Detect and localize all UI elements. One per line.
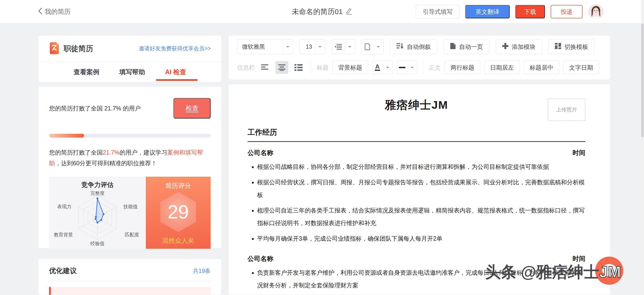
title-center-button[interactable]: 标题居中	[524, 61, 560, 74]
score-caption: 混然众人矣	[146, 236, 210, 245]
radar-axis-experience: 经验值	[49, 240, 146, 247]
score-hexagon: 29	[160, 192, 196, 232]
edit-pencil-icon[interactable]	[346, 8, 352, 16]
chevron-down-icon	[410, 67, 414, 70]
add-module-button[interactable]: 添加模块	[496, 39, 542, 54]
radar-axis-skill: 技能值	[124, 203, 138, 210]
body-style-label: 正文	[429, 64, 441, 72]
bullet-item[interactable]: 平均每月确保开3单，完成公司业绩指标，确保团队下属每人每月开2单	[257, 232, 586, 245]
scrollbar-thumb[interactable]	[641, 23, 644, 137]
line-spacing-icon	[332, 44, 344, 50]
bullet-item[interactable]: 根据公司战略目标，协同各分部，制定分部经营目标，并对目标进行测算和拆解，为公司目…	[257, 160, 586, 173]
back-chevron-icon	[38, 8, 42, 16]
invite-friends-link[interactable]: 邀请好友免费获得优享会员>>	[139, 45, 211, 52]
avatar[interactable]	[588, 4, 604, 19]
watermark-text: 头条 @雅痞绅士JM	[485, 261, 621, 283]
two-line-title-button[interactable]: 两行标题	[444, 61, 480, 74]
check-button[interactable]: 检查	[174, 98, 210, 119]
svg-text:A: A	[375, 64, 380, 70]
sidebar-brand-card: 职徒简历 邀请好友免费获得优享会员>> 查看案例 填写帮助 AI 检查	[38, 35, 222, 82]
align-left-icon[interactable]	[259, 61, 272, 74]
active-tab-underline	[156, 79, 198, 81]
switch-template-button[interactable]: 切换模板	[548, 39, 595, 54]
font-color-button[interactable]: A	[372, 61, 393, 74]
page-icon	[362, 43, 373, 50]
sidebar-tabs: 查看案例 填写帮助 AI 检查	[38, 62, 221, 82]
deliver-button[interactable]: 投递	[550, 5, 582, 18]
chevron-down-icon	[318, 46, 322, 49]
radar-axis-completeness: 完整度	[49, 190, 146, 196]
radar-axis-match: 匹配度	[125, 231, 139, 238]
suggestion-item[interactable]	[49, 287, 210, 295]
font-size-select[interactable]: 13	[300, 39, 325, 54]
plus-icon	[502, 43, 508, 51]
section-title-work-experience[interactable]: 工作经历	[248, 127, 586, 142]
company-name: 公司名称	[248, 254, 273, 263]
entry-bullets: 根据公司战略目标，协同各分部，制定分部经营目标，并对目标进行测算和拆解，为公司目…	[248, 160, 586, 245]
entry-time: 时间	[572, 149, 586, 157]
page-setup-select[interactable]	[362, 39, 384, 54]
beat-percent-line: 您的简历打败了全国 21.7% 的用户	[49, 104, 174, 112]
auto-one-page-button[interactable]: 自动一页	[444, 39, 489, 54]
upload-photo-box[interactable]: 上传照片	[548, 99, 586, 121]
english-translate-button[interactable]: 英文翻译	[465, 5, 510, 18]
divider	[423, 61, 423, 74]
score-progress-fill	[49, 134, 84, 138]
resume-score-panel: 简历评分 29 混然众人矣	[146, 177, 210, 249]
chevron-down-icon	[348, 46, 352, 49]
download-button[interactable]: 下载	[515, 5, 545, 18]
line-spacing-select[interactable]	[332, 39, 355, 54]
topbar-actions: 引导式填写 英文翻译 下载 投递	[416, 0, 604, 23]
company-name: 公司名称	[248, 149, 273, 157]
font-family-select[interactable]: 微软雅黑	[237, 39, 293, 54]
tab-ai-check[interactable]: AI 检查	[165, 68, 186, 76]
doc-title-wrap: 未命名的简历01	[292, 0, 352, 23]
bullet-item[interactable]: 梳理公司自近三年的各类手工报表，结合实际情况及报表使用逻辑，精简报表内容、规范报…	[257, 204, 586, 229]
topbar: 我的简历 未命名的简历01 引导式填写 英文翻译 下载 投递	[0, 0, 644, 23]
radar-axis-education: 教育背景	[54, 231, 73, 238]
scrollbar-track[interactable]	[641, 0, 644, 295]
radar-axis-expressiveness: 表现力	[57, 203, 72, 210]
tab-view-cases[interactable]: 查看案例	[74, 68, 99, 76]
info-bar-label: 信息栏	[237, 64, 255, 72]
entry-header[interactable]: 公司名称 时间	[248, 149, 586, 157]
reverse-order-icon	[396, 43, 404, 51]
guided-fill-button[interactable]: 引导式填写	[416, 5, 460, 18]
doc-title: 未命名的简历01	[292, 7, 342, 17]
brand-row: 职徒简历 邀请好友免费获得优享会员>>	[38, 36, 221, 62]
tab-fill-help[interactable]: 填写帮助	[119, 68, 145, 76]
zhitu-logo-icon	[49, 42, 60, 56]
chevron-down-icon	[386, 67, 389, 70]
document-icon	[450, 43, 456, 51]
title-style-label: 标题	[317, 64, 328, 72]
back-to-my-resumes[interactable]: 我的简历	[38, 0, 70, 23]
editor-toolbar: 微软雅黑 13 自动倒叙	[228, 35, 610, 80]
score-value: 29	[168, 201, 189, 223]
score-progress-track	[49, 134, 210, 138]
divider	[311, 61, 311, 74]
horizontal-line-icon	[397, 67, 408, 69]
auto-reverse-button[interactable]: 自动倒叙	[390, 39, 437, 54]
divider	[49, 281, 210, 281]
score-label: 简历评分	[146, 181, 210, 190]
competitiveness-radar: 竞争力评估 完整度 技能值 匹配度 经验值 教育背景 表现力	[49, 177, 146, 249]
brand-name: 职徒简历	[64, 44, 93, 54]
chevron-down-icon	[286, 46, 290, 49]
background-title-button[interactable]: 背景标题	[332, 61, 368, 74]
text-date-button[interactable]: 文字日期	[563, 61, 599, 74]
back-label: 我的简历	[45, 8, 70, 16]
advice-paragraph: 您的简历打败了全国21.7%的用户，建议学习案例和填写帮助，达到60分更可得到精…	[49, 147, 210, 169]
template-grid-icon	[555, 43, 561, 51]
suggestions-title: 优化建议	[49, 266, 77, 276]
font-color-icon: A	[372, 64, 383, 71]
chevron-down-icon	[377, 46, 380, 49]
resume-name[interactable]: 雅痞绅士JM	[248, 98, 586, 113]
sidebar-score-card: 您的简历打败了全国 21.7% 的用户 检查 您的简历打败了全国21.7%的用户…	[38, 86, 222, 248]
sidebar-suggestions-card: 优化建议 共19条	[38, 259, 222, 295]
align-center-icon[interactable]	[276, 61, 288, 74]
date-left-button[interactable]: 日期居左	[484, 61, 520, 74]
suggestions-count[interactable]: 共19条	[193, 267, 210, 275]
list-layout-icon[interactable]	[292, 61, 305, 74]
divider-line-button[interactable]	[397, 61, 417, 74]
bullet-item[interactable]: 根据公司经营状况，撰写日报、周报、月报公司专题报告等报告，包括经营成果展示、同业…	[257, 176, 586, 201]
